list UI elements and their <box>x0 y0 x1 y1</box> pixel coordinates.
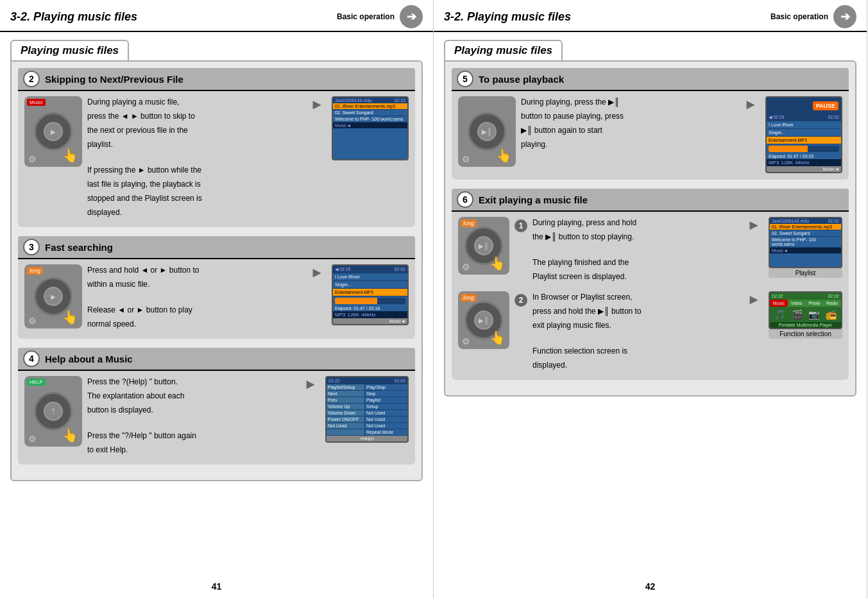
help-row-1: Playlist/Setup Play/Stop <box>327 384 407 391</box>
device-label-long-6-2: long <box>461 294 477 302</box>
next-arrow-1[interactable]: ➔ <box>400 5 423 28</box>
func-icon-4: 📻 <box>826 309 837 320</box>
help-row-2: Next Stop <box>327 391 407 397</box>
help-row-7: Not Used Not Used <box>327 423 407 429</box>
section-6-text-2: In Browser or Playlist screen, press and… <box>532 291 739 373</box>
hand-icon-3: 👆 <box>62 309 78 325</box>
section-4-screen: 02:22 02:03 Playlist/Setup Play/Stop Nex… <box>325 376 409 443</box>
section-3-number: 3 <box>23 239 40 255</box>
pmf-content-2: 5 To pause playback ▶║ ⚙ 👆 <box>444 60 856 397</box>
page-1-content: Playing music files 2 Skipping to Next/P… <box>0 32 433 500</box>
device-label-long-6-1: long <box>461 219 477 227</box>
func-icons-6: 🎵 🎬 📷 📻 <box>770 307 841 322</box>
func-tab-radio[interactable]: Radio <box>823 300 841 307</box>
func-icon-1: 🎵 <box>774 309 785 320</box>
pb-song-5-2: Singer... <box>767 129 841 137</box>
section-2-device: Music ▶ ⚙ 👆 <box>24 96 82 167</box>
screen-6-1-file-2: 02. Sweet Songard <box>770 230 841 237</box>
page-2-content: Playing music files 5 To pause playback … <box>434 32 867 416</box>
section-4-body: HELP ? ⚙ 👆 Press the ?(Help) " button. <box>24 376 409 458</box>
section-5: 5 To pause playback ▶║ ⚙ 👆 <box>452 68 849 180</box>
pb-controls-5: MP3128K44kHz <box>767 159 841 166</box>
section-3-arrow: ► <box>307 264 327 281</box>
section-3-title: Fast searching <box>45 242 113 253</box>
screen-2-file-3: Welcome to PHP- 100 world.sams <box>333 116 407 123</box>
pb-bar-3 <box>335 298 377 304</box>
device-circle-5: ▶║ <box>468 112 506 151</box>
screen-6-2-label: Function selection <box>769 329 842 339</box>
func-top-6: 02:22 02:02 <box>770 293 841 300</box>
func-tab-video[interactable]: Video <box>788 300 806 307</box>
pb-song-5-3: Entertainment.MP3 <box>767 137 841 144</box>
section-5-number: 5 <box>457 71 473 87</box>
gear-icon-6-2: ⚙ <box>462 336 470 346</box>
section-2: 2 Skipping to Next/Previous File Music ▶ <box>18 68 415 227</box>
section-2-title: Skipping to Next/Previous File <box>45 74 183 85</box>
section-4: 4 Help about a Music HELP ? ⚙ <box>18 348 415 465</box>
func-icon-2: 🎬 <box>792 309 803 320</box>
pb-song-5-1: I Love iRiver <box>767 121 841 129</box>
section-6-header: 6 Exit playing a music file <box>452 189 849 212</box>
pause-badge: PAUSE <box>813 101 838 110</box>
page-1-header-right: Basic operation ➔ <box>337 5 423 28</box>
pb-progress-3 <box>335 298 405 304</box>
pb-elapsed-5: Elapsed: 01:47 / 33:33 <box>767 153 841 159</box>
section-4-text: Press the ?(Help) " button. The explanta… <box>87 376 296 458</box>
pb-music-5: Music◄ <box>767 166 841 172</box>
gear-icon-6-1: ⚙ <box>462 262 470 272</box>
device-inner-5: ▶║ <box>477 122 497 141</box>
pmf-wrapper-2: Playing music files 5 To pause playback … <box>444 40 856 397</box>
help-row-3: Prev Playlist <box>327 397 407 404</box>
device-inner-6-1: ▶║ <box>474 236 493 255</box>
section-6-title: Exit playing a music file <box>479 194 588 205</box>
section-4-title: Help about a Music <box>45 354 133 364</box>
page-1: 3-2. Playing music files Basic operation… <box>0 0 434 598</box>
screen-6-1-topbar: Jan01000143.m3u 02:02 <box>770 218 841 224</box>
hand-icon-5: 👆 <box>496 148 512 163</box>
section-2-text: During playing a music file, press the ◄… <box>87 96 302 221</box>
pb-song-2: Singer... <box>333 281 407 289</box>
page-2: 3-2. Playing music files Basic operation… <box>434 0 867 598</box>
section-5-header: 5 To pause playback <box>452 68 849 91</box>
pb-song-1: I Love iRiver <box>333 273 407 281</box>
section-5-arrow: ► <box>741 96 760 113</box>
device-inner-3: ▶ <box>44 287 63 306</box>
basic-operation-label-2: Basic operation <box>770 12 828 21</box>
section-2-screen: Jan01000143.m3u 02:15 01. iRiver Enterta… <box>332 96 409 160</box>
pb-top-5: ◀ 02:23 02:02 <box>767 114 841 121</box>
screen-6-1-file-1: 01. iRiver Entertainments.mp3 <box>770 224 841 230</box>
next-arrow-2[interactable]: ➔ <box>833 5 856 28</box>
section-6-sub1: long ▶║ ⚙ 👆 1 During pla <box>458 217 842 285</box>
section-6-arrow-2: ► <box>744 291 763 308</box>
section-3-header: 3 Fast searching <box>18 236 415 259</box>
func-tabs-6: Music Video Photo Radio <box>770 300 841 307</box>
screen-6-1-bottom: Music◄ <box>770 248 841 253</box>
sub-num-2: 2 <box>515 294 527 307</box>
pmf-title-2: Playing music files <box>444 40 563 62</box>
section-6-screen-1: Jan01000143.m3u 02:02 01. iRiver Enterta… <box>769 217 842 268</box>
pb-bar-5 <box>769 146 808 152</box>
page-2-title: 3-2. Playing music files <box>444 10 571 24</box>
pmf-wrapper-1: Playing music files 2 Skipping to Next/P… <box>10 40 423 481</box>
section-2-header: 2 Skipping to Next/Previous File <box>18 68 415 91</box>
gear-icon-3: ⚙ <box>28 316 37 326</box>
hand-icon-2: 👆 <box>62 148 78 163</box>
gear-icon-2: ⚙ <box>28 154 37 164</box>
section-4-header: 4 Help about a Music <box>18 348 415 371</box>
hand-icon-6-2: 👆 <box>489 330 506 345</box>
screen-6-1-file-3: Welcome to PHP- 100 world.sams <box>770 237 841 248</box>
device-inner-4: ? <box>44 402 63 421</box>
func-tab-photo[interactable]: Photo <box>806 300 824 307</box>
section-6: 6 Exit playing a music file long ▶║ <box>452 189 849 380</box>
pb-controls-3: MP3128K44kHz <box>333 311 407 318</box>
section-4-number: 4 <box>23 350 40 367</box>
sub-num-1: 1 <box>515 219 527 232</box>
pb-music-3: Music◄ <box>333 318 407 324</box>
page-2-header: 3-2. Playing music files Basic operation… <box>434 0 867 32</box>
help-row-4: Volume Up Setup <box>327 404 407 410</box>
section-2-number: 2 <box>23 71 40 87</box>
section-6-screen-1-wrapper: Jan01000143.m3u 02:02 01. iRiver Enterta… <box>769 217 842 278</box>
func-tab-music[interactable]: Music <box>770 300 788 307</box>
screen-2-file-1: 01. iRiver Entertainments.mp3 <box>333 103 407 110</box>
section-5-body: ▶║ ⚙ 👆 During playing, press the ▶║ butt… <box>458 96 842 173</box>
